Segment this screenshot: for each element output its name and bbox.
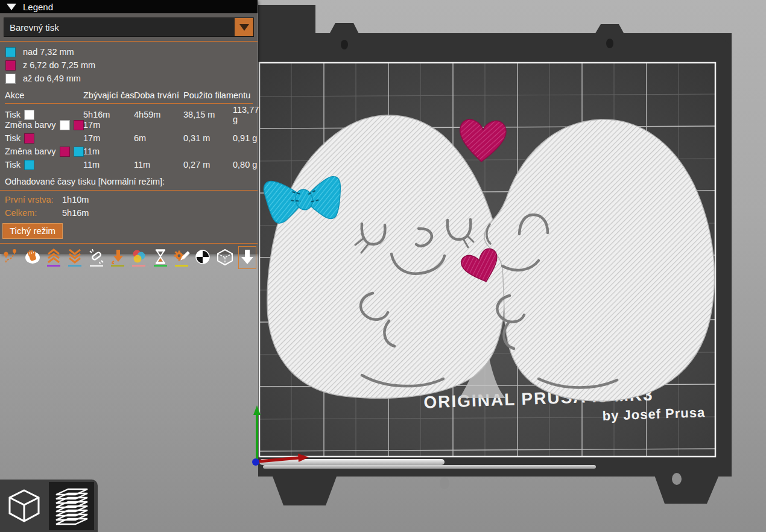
chevron-down-icon <box>239 24 249 31</box>
filament-swatch <box>24 160 34 170</box>
pause-prints-icon[interactable] <box>152 247 169 269</box>
travels-icon[interactable] <box>2 247 19 269</box>
tool-changes-icon[interactable] <box>130 247 147 269</box>
retractions-icon[interactable] <box>45 247 62 269</box>
first-layer-row: První vrstva: 1h10m <box>0 193 258 206</box>
divider <box>5 103 253 104</box>
collapse-legend-icon[interactable] <box>238 246 256 269</box>
range-item: z 6,72 do 7,25 mm <box>5 59 258 72</box>
shells-icon[interactable] <box>194 247 211 269</box>
view-3d-button[interactable] <box>1 482 46 530</box>
total-label: Celkem: <box>5 208 62 218</box>
view-mode-toggle <box>0 480 98 532</box>
first-layer-value: 1h10m <box>62 195 89 204</box>
filament-swatch <box>60 120 70 130</box>
table-row: Změna barvy 11m <box>5 145 258 158</box>
box-icon[interactable] <box>216 247 234 269</box>
table-row: Tisk 17m 6m 0,31 m 0,91 g <box>5 131 258 145</box>
range-item: nad 7,32 mm <box>5 45 258 59</box>
collapse-triangle-icon <box>7 4 16 10</box>
custom-gcodes-icon[interactable] <box>173 247 190 269</box>
table-row: Tisk 5h16m 4h59m 38,15 m 113,77 g <box>5 105 258 118</box>
filament-swatch <box>74 147 84 157</box>
layers-icon <box>52 486 91 526</box>
print-actions-table: Akce Zbývající čas Doba trvání Použito f… <box>0 87 258 171</box>
view-layers-button[interactable] <box>49 482 94 530</box>
filament-swatch <box>24 133 34 144</box>
table-row: Tisk 11m 11m 0,27 m 0,80 g <box>5 158 258 171</box>
range-item: až do 6,49 mm <box>5 72 258 85</box>
first-layer-label: První vrstva: <box>5 195 62 204</box>
view-type-dropdown[interactable]: Barevný tisk <box>4 17 254 37</box>
height-range-legend: nad 7,32 mm z 6,72 do 7,25 mm až do 6,49… <box>0 42 258 87</box>
deretractions-icon[interactable] <box>66 247 83 269</box>
wipe-icon[interactable] <box>24 247 40 269</box>
dropdown-button[interactable] <box>235 18 253 36</box>
range-swatch-magenta <box>5 60 16 71</box>
range-label: až do 6,49 mm <box>23 74 81 83</box>
range-swatch-white <box>5 74 16 84</box>
color-changes-icon[interactable] <box>109 247 126 269</box>
legend-header[interactable]: Legend <box>0 0 258 13</box>
range-label: z 6,72 do 7,25 mm <box>23 60 95 70</box>
stealth-mode-button[interactable]: Tichý režim <box>2 223 63 239</box>
filament-swatch <box>60 147 70 157</box>
table-row: Změna barvy 17m <box>5 118 258 131</box>
filament-swatch <box>24 110 34 120</box>
legend-toolbar <box>0 244 258 271</box>
view-type-selected: Barevný tisk <box>4 22 59 33</box>
filament-swatch <box>74 120 84 130</box>
total-value: 5h16m <box>62 208 89 218</box>
table-header: Akce Zbývající čas Doba trvání Použito f… <box>5 89 258 102</box>
range-label: nad 7,32 mm <box>23 47 74 57</box>
legend-panel: Legend Barevný tisk nad 7,32 mm z 6,72 d… <box>0 0 258 254</box>
divider <box>0 190 258 191</box>
legend-title: Legend <box>23 2 53 12</box>
estimates-title: Odhadované časy tisku [Normální režim]: <box>0 171 258 189</box>
range-swatch-cyan <box>5 47 16 57</box>
total-row: Celkem: 5h16m <box>0 206 258 220</box>
cube-icon <box>6 487 42 525</box>
seams-icon[interactable] <box>87 247 104 269</box>
